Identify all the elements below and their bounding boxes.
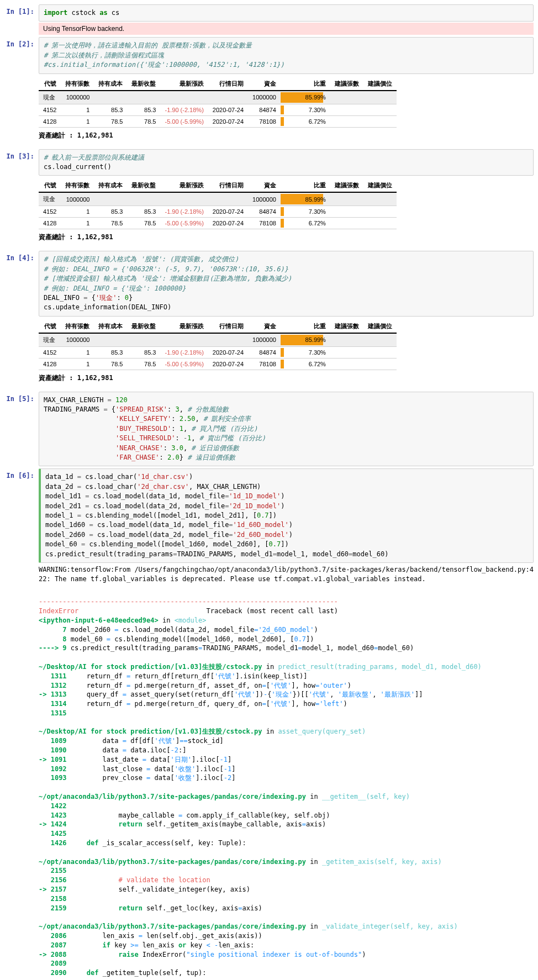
output-table-2: 代號持有張數持有成本最新收盤最新漲跌行情日期資金比重建議張數建議價位 現金100… [39, 74, 534, 147]
table-row: 現金1000000100000085.99% [39, 333, 397, 347]
portfolio-table: 代號持有張數持有成本最新收盤最新漲跌行情日期資金比重建議張數建議價位 現金100… [39, 77, 397, 128]
portfolio-table: 代號持有張數持有成本最新收盤最新漲跌行情日期資金比重建議張數建議價位 現金100… [39, 179, 397, 229]
table-row: 4152185.385.3-1.90 (-2.18%)2020-07-24848… [39, 206, 397, 218]
output-warning-6: WARNING:tensorflow:From /Users/fangching… [39, 563, 534, 586]
table-row: 現金1000000100000085.99% [39, 91, 397, 104]
table-row: 4128178.578.5-5.00 (-5.99%)2020-07-24781… [39, 218, 397, 229]
prompt-in-6: In [6]: [4, 468, 39, 980]
prompt-in-3: In [3]: [4, 149, 39, 249]
table-row: 現金1000000100000085.99% [39, 192, 397, 206]
asset-total: 資產總計 : 1,162,981 [39, 229, 534, 245]
cell-2: In [2]: # 第一次使用時，請在這邊輸入目前的 股票種類:張數，以及現金數… [4, 37, 534, 146]
cell-4: In [4]: # [回報成交資訊] 輸入格式為 '股號': (買賣張數, 成交… [4, 251, 534, 389]
code-input-2[interactable]: # 第一次使用時，請在這邊輸入目前的 股票種類:張數，以及現金數量 # 第二次以… [39, 37, 534, 73]
portfolio-table: 代號持有張數持有成本最新收盤最新漲跌行情日期資金比重建議張數建議價位 現金100… [39, 320, 397, 370]
prompt-in-4: In [4]: [4, 251, 39, 389]
code-input-5[interactable]: MAX_CHAR_LENGTH = 120 TRADING_PARAMS = {… [39, 392, 534, 467]
table-row: 4128178.578.5-5.00 (-5.99%)2020-07-24781… [39, 115, 397, 127]
cell-1: In [1]: import cstock as cs Using Tensor… [4, 4, 534, 35]
output-table-4: 代號持有張數持有成本最新收盤最新漲跌行情日期資金比重建議張數建議價位 現金100… [39, 317, 534, 389]
code-input-1[interactable]: import cstock as cs [39, 4, 534, 22]
code-input-4[interactable]: # [回報成交資訊] 輸入格式為 '股號': (買賣張數, 成交價位) # 例如… [39, 251, 534, 316]
code-input-3[interactable]: # 載入前一天股票部位與系統建議 cs.load_current() [39, 149, 534, 176]
cell-6: In [6]: data_1d = cs.load_char('1d_char.… [4, 468, 534, 980]
asset-total: 資產總計 : 1,162,981 [39, 370, 534, 386]
prompt-in-1: In [1]: [4, 4, 39, 35]
cell-3: In [3]: # 載入前一天股票部位與系統建議 cs.load_current… [4, 149, 534, 249]
prompt-in-5: In [5]: [4, 392, 39, 467]
output-traceback: ----------------------------------------… [39, 586, 534, 980]
table-row: 4128178.578.5-5.00 (-5.99%)2020-07-24781… [39, 358, 397, 370]
cell-5: In [5]: MAX_CHAR_LENGTH = 120 TRADING_PA… [4, 392, 534, 467]
prompt-in-2: In [2]: [4, 37, 39, 146]
table-row: 4152185.385.3-1.90 (-2.18%)2020-07-24848… [39, 346, 397, 358]
code-input-6[interactable]: data_1d = cs.load_char('1d_char.csv') da… [39, 468, 534, 563]
output-stderr-1: Using TensorFlow backend. [39, 23, 534, 35]
output-table-3: 代號持有張數持有成本最新收盤最新漲跌行情日期資金比重建議張數建議價位 現金100… [39, 176, 534, 249]
table-row: 4152185.385.3-1.90 (-2.18%)2020-07-24848… [39, 104, 397, 115]
asset-total: 資產總計 : 1,162,981 [39, 128, 534, 144]
